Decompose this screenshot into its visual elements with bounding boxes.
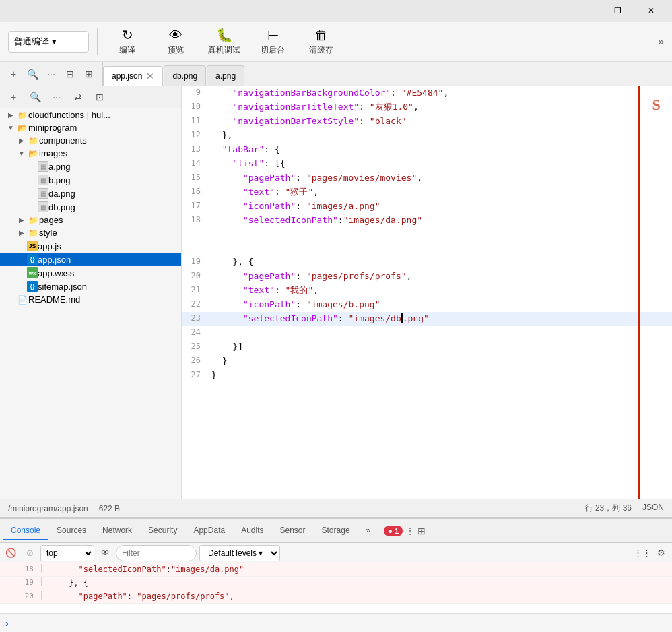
code-line-20: 20 "pagePath": "pages/profs/profs",: [182, 270, 672, 284]
code-line-10: 10 "navigationBarTitleText": "灰猴1.0",: [182, 100, 672, 115]
tab-security[interactable]: Security: [140, 522, 185, 540]
line-number: 23: [182, 312, 209, 325]
console-block-button[interactable]: ⊘: [22, 545, 38, 561]
console-input[interactable]: [11, 619, 667, 628]
split-tab-button[interactable]: ⊟: [62, 66, 78, 82]
tab-appdata[interactable]: AppData: [185, 522, 233, 540]
dt-more-button[interactable]: ⋮⋮: [634, 545, 650, 561]
item-name-da-png: da.png: [48, 189, 181, 199]
line-number: 17: [182, 199, 209, 212]
sidebar-item-app-json[interactable]: {} app.json: [0, 253, 181, 266]
line-content: "list": [{: [209, 157, 672, 171]
sidebar-item-app-wxss[interactable]: wx app.wxss: [0, 266, 181, 280]
sidebar-split-button[interactable]: ⇄: [70, 89, 86, 105]
tab-storage[interactable]: Storage: [314, 522, 358, 540]
console-line-19: 19 | }, {: [0, 577, 672, 590]
sidebar-item-readme[interactable]: 📄 README.md: [0, 293, 181, 306]
tab-sources[interactable]: Sources: [48, 522, 94, 540]
code-editor[interactable]: S 9 "navigationBarBackgroundColor": "#E5…: [182, 86, 672, 499]
code-line-21: 21 "text": "我的",: [182, 284, 672, 298]
error-count-area: ● 1 ⋮ ⊞: [384, 526, 426, 536]
refresh-button[interactable]: ↻ 编译: [106, 25, 149, 59]
more-tab-button[interactable]: ···: [43, 66, 59, 82]
folder-icon: 📁: [27, 228, 39, 238]
sidebar-item-style[interactable]: ▶ 📁 style: [0, 226, 181, 239]
code-line-19: 19 }, {: [182, 255, 672, 270]
close-button[interactable]: ✕: [636, 0, 667, 22]
tab-sensor[interactable]: Sensor: [272, 522, 314, 540]
item-name-cloudfunctions: cloudfunctions | hui...: [28, 110, 181, 120]
image-icon: ▦: [38, 175, 48, 185]
line-number: 18: [182, 214, 209, 226]
file-size: 622 B: [99, 504, 120, 513]
folder-open-icon: 📂: [16, 123, 28, 133]
line-content: "navigationBarTextStyle": "black": [209, 115, 672, 129]
clear-cache-button[interactable]: 🗑 清缓存: [300, 25, 343, 59]
console-line-text: "pagePath": "pages/profs/profs",: [46, 590, 672, 602]
levels-dropdown[interactable]: Default levels ▾: [199, 545, 280, 561]
folder-open-icon: 📂: [27, 149, 39, 158]
preview-icon: 👁: [169, 28, 182, 43]
sidebar: + 🔍 ··· ⇄ ⊡ ▶ 📁 cloudfunctions | hui... …: [0, 86, 182, 499]
dt-settings-button[interactable]: ⚙: [653, 545, 669, 561]
compile-mode-dropdown[interactable]: 普通编译 ▾: [8, 31, 89, 53]
tab-label-a-png: a.png: [215, 71, 236, 81]
devtools-panel: Console Sources Network Security AppData…: [0, 517, 672, 632]
line-content: }, {: [209, 255, 672, 270]
sidebar-item-images[interactable]: ▼ 📂 images: [0, 147, 181, 160]
add-tab-button[interactable]: +: [5, 66, 22, 82]
sidebar-toolbar: + 🔍 ··· ⇄ ⊡: [0, 86, 181, 108]
sidebar-item-sitemap-json[interactable]: {} sitemap.json: [0, 280, 181, 293]
debug-button[interactable]: 🐛 真机调试: [203, 25, 246, 59]
tab-app-json[interactable]: app.json ✕: [103, 66, 163, 86]
sidebar-item-da-png[interactable]: ▦ da.png: [0, 187, 181, 200]
search-tab-button[interactable]: 🔍: [24, 66, 40, 82]
sidebar-add-button[interactable]: +: [5, 89, 22, 105]
collapse-tab-button[interactable]: ⊞: [81, 66, 97, 82]
item-name-miniprogram: miniprogram: [28, 123, 181, 133]
toolbar-more-button[interactable]: »: [658, 36, 664, 48]
sidebar-item-db-png[interactable]: ▦ db.png: [0, 200, 181, 214]
tab-network[interactable]: Network: [94, 522, 140, 540]
sidebar-more-button[interactable]: ···: [48, 89, 65, 105]
tab-close-app-json[interactable]: ✕: [146, 71, 154, 82]
sidebar-search-button[interactable]: 🔍: [27, 89, 43, 105]
sidebar-item-miniprogram[interactable]: ▼ 📂 miniprogram: [0, 121, 181, 134]
eye-button[interactable]: 👁: [97, 545, 113, 561]
cut-button[interactable]: ⊢ 切后台: [251, 25, 294, 59]
minimize-button[interactable]: ─: [568, 0, 599, 22]
tab-a-png[interactable]: a.png: [207, 65, 244, 86]
app-logo: S: [640, 86, 672, 123]
console-clear-button[interactable]: 🚫: [3, 545, 19, 561]
pipe: |: [36, 577, 46, 586]
item-name-components: components: [39, 135, 181, 146]
tab-more[interactable]: »: [358, 522, 379, 540]
line-number: 12: [182, 129, 209, 141]
console-filter-input[interactable]: [116, 545, 197, 561]
sidebar-item-a-png[interactable]: ▦ a.png: [0, 160, 181, 173]
line-content: "iconPath": "images/a.png": [209, 199, 672, 214]
preview-button[interactable]: 👁 预览: [154, 25, 197, 59]
sidebar-item-pages[interactable]: ▶ 📁 pages: [0, 214, 181, 226]
sidebar-item-cloudfunctions[interactable]: ▶ 📁 cloudfunctions | hui...: [0, 108, 181, 121]
line-number: 24: [182, 326, 209, 339]
sidebar-item-b-png[interactable]: ▦ b.png: [0, 173, 181, 187]
sidebar-item-components[interactable]: ▶ 📁 components: [0, 134, 181, 147]
item-name-readme: README.md: [28, 294, 181, 305]
context-selector[interactable]: top: [40, 545, 94, 561]
console-line-text: "selectedIconPath":"images/da.png": [46, 563, 672, 575]
file-path: /miniprogram/app.json: [8, 504, 88, 513]
tab-console[interactable]: Console: [3, 522, 48, 540]
devtools-tabs: Console Sources Network Security AppData…: [0, 519, 672, 543]
code-line-13: 13 "tabBar": {: [182, 143, 672, 157]
tab-audits[interactable]: Audits: [233, 522, 271, 540]
sidebar-collapse-button[interactable]: ⊡: [92, 89, 108, 105]
tab-db-png[interactable]: db.png: [164, 65, 206, 86]
devtools-menu-button[interactable]: ⋮: [405, 526, 415, 536]
code-line-12: 12 },: [182, 129, 672, 143]
devtools-dock-button[interactable]: ⊞: [417, 526, 426, 536]
restore-button[interactable]: ❐: [602, 0, 633, 22]
js-icon: JS: [27, 241, 38, 251]
sidebar-item-app-js[interactable]: JS app.js: [0, 239, 181, 253]
line-number: 25: [182, 340, 209, 353]
